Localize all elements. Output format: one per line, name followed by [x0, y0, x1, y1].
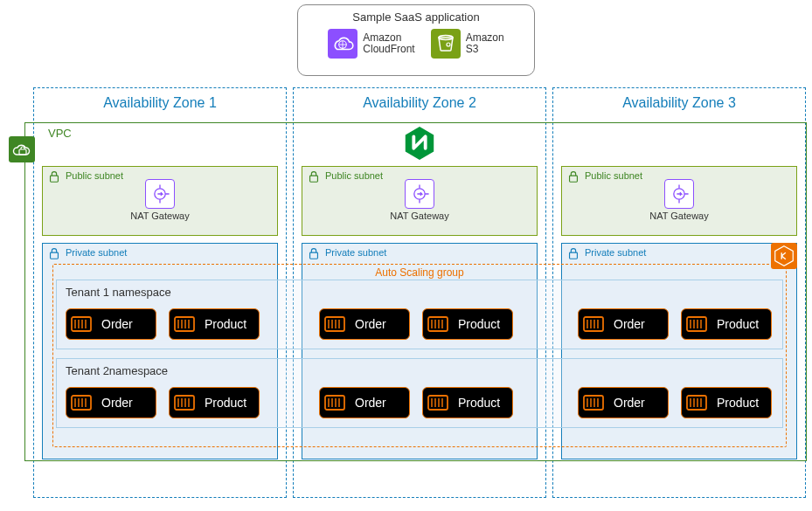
- nat-gateway-az2: NAT Gateway: [376, 179, 463, 221]
- chip-label: Product: [717, 317, 759, 331]
- saas-title: Sample SaaS application: [305, 10, 527, 24]
- lock-icon: [307, 169, 321, 183]
- vpc-icon: [9, 136, 35, 162]
- tenant1-az1-services: Order Product: [66, 308, 260, 340]
- tenant2-az2-services: Order Product: [319, 387, 513, 418]
- lock-icon: [307, 246, 321, 260]
- nat-gateway-icon: [145, 179, 175, 209]
- chip-label: Order: [355, 396, 386, 410]
- public-subnet-az3: Public subnet NAT Gateway: [561, 166, 797, 236]
- service-product: Product: [422, 308, 513, 340]
- tenant1-az3-services: Order Product: [578, 308, 772, 340]
- tenant2-label: Tenant 2namespace: [66, 364, 168, 377]
- service-order: Order: [319, 308, 410, 340]
- service-s3: Amazon S3: [431, 29, 504, 59]
- nat-label: NAT Gateway: [635, 211, 723, 221]
- chip-label: Order: [614, 317, 645, 331]
- nat-gateway-az3: NAT Gateway: [635, 179, 723, 221]
- service-product: Product: [422, 387, 513, 418]
- nat-gateway-icon: [405, 179, 434, 209]
- chip-label: Product: [205, 317, 246, 331]
- private-subnet-label: Private subnet: [585, 247, 646, 258]
- public-subnet-label: Public subnet: [66, 170, 123, 181]
- lock-icon: [566, 246, 580, 260]
- tenant2-az1-services: Order Product: [66, 387, 260, 418]
- cloudfront-label: Amazon CloudFront: [363, 32, 414, 55]
- nginx-icon: [401, 125, 438, 162]
- chip-label: Product: [458, 317, 500, 331]
- lock-icon: [566, 169, 580, 183]
- saas-services: Amazon CloudFront Amazon S3: [305, 29, 527, 59]
- chip-label: Product: [717, 396, 759, 410]
- service-cloudfront: Amazon CloudFront: [328, 29, 414, 59]
- chip-label: Order: [101, 317, 133, 331]
- asg-title: Auto Scaling group: [53, 266, 786, 279]
- az1-title: Availability Zone 1: [34, 95, 286, 111]
- nat-gateway-icon: [664, 179, 694, 209]
- tenant1-label: Tenant 1 namespace: [66, 286, 171, 299]
- service-order: Order: [578, 308, 669, 340]
- tenant1-az2-services: Order Product: [319, 308, 513, 340]
- chip-label: Product: [458, 396, 500, 410]
- public-subnet-label: Public subnet: [325, 170, 383, 181]
- service-order: Order: [319, 387, 410, 418]
- public-subnet-az1: Public subnet NAT Gateway: [42, 166, 278, 236]
- service-order: Order: [66, 308, 156, 340]
- eks-icon: [771, 243, 797, 269]
- service-order: Order: [578, 387, 669, 418]
- cloudfront-icon: [328, 29, 357, 59]
- tenant-2-namespace: Tenant 2namespace Order Product Order Pr…: [56, 358, 783, 428]
- public-subnet-label: Public subnet: [585, 170, 642, 181]
- nat-label: NAT Gateway: [376, 211, 463, 221]
- service-product: Product: [681, 387, 772, 418]
- chip-label: Order: [101, 396, 133, 410]
- nat-gateway-az1: NAT Gateway: [116, 179, 204, 221]
- service-order: Order: [66, 387, 156, 418]
- saas-app-box: Sample SaaS application Amazon CloudFron…: [297, 4, 535, 76]
- public-subnet-az2: Public subnet NAT Gateway: [302, 166, 538, 236]
- service-product: Product: [681, 308, 772, 340]
- s3-icon: [431, 29, 461, 59]
- private-subnet-label: Private subnet: [66, 247, 127, 258]
- s3-label: Amazon S3: [466, 32, 504, 55]
- nat-label: NAT Gateway: [116, 211, 204, 221]
- lock-icon: [47, 246, 61, 260]
- service-product: Product: [169, 387, 260, 418]
- private-subnet-label: Private subnet: [325, 247, 386, 258]
- chip-label: Order: [614, 396, 645, 410]
- chip-label: Order: [355, 317, 386, 331]
- tenant-1-namespace: Tenant 1 namespace Order Product Order P…: [56, 280, 783, 349]
- vpc-label: VPC: [48, 127, 72, 140]
- az2-title: Availability Zone 2: [294, 95, 545, 111]
- tenant2-az3-services: Order Product: [578, 387, 772, 418]
- chip-label: Product: [205, 396, 246, 410]
- service-product: Product: [169, 308, 260, 340]
- az3-title: Availability Zone 3: [553, 95, 805, 111]
- lock-icon: [47, 169, 61, 183]
